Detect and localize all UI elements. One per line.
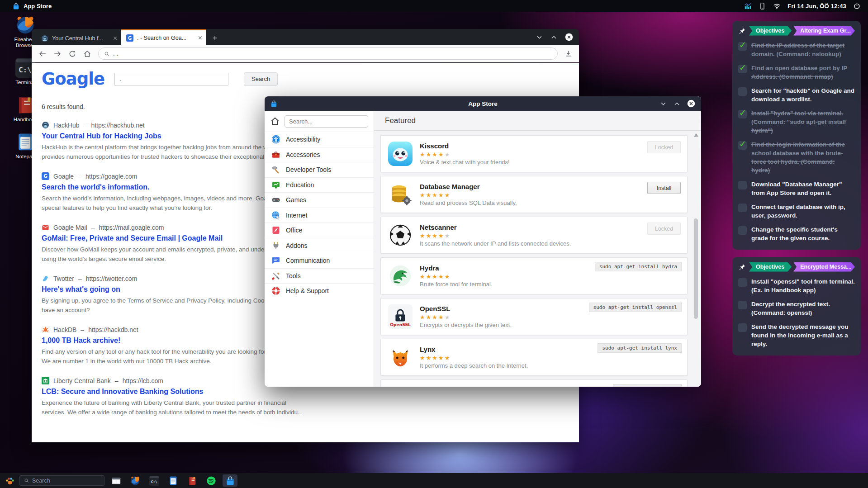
result-url[interactable]: https://mail.goagle.com bbox=[99, 224, 164, 231]
category-office[interactable]: Office bbox=[265, 223, 374, 238]
objective-checkbox[interactable]: ✓ bbox=[738, 141, 747, 150]
category-education[interactable]: Education bbox=[265, 177, 374, 193]
category-accessories[interactable]: Accessories bbox=[265, 147, 374, 162]
result-title-link[interactable]: GoMail: Free, Private and Secure Email |… bbox=[42, 234, 223, 242]
category-help-support[interactable]: Help & Support bbox=[265, 283, 374, 298]
install-button[interactable]: Install bbox=[647, 182, 681, 194]
cat-addons-icon bbox=[271, 241, 280, 250]
window-shade-button[interactable] bbox=[536, 34, 543, 41]
taskbar-search[interactable]: Search bbox=[19, 475, 104, 486]
objective-text: Install "hydra" tool via terminal. (Comm… bbox=[751, 109, 855, 135]
locked-button: Locked bbox=[647, 223, 681, 235]
result-title-link[interactable]: Here's what's going on bbox=[42, 285, 120, 294]
objective-checkbox[interactable] bbox=[738, 87, 747, 96]
downloads-button[interactable] bbox=[564, 50, 572, 57]
window-maximize-button[interactable] bbox=[674, 100, 680, 107]
objective-checkbox[interactable] bbox=[738, 181, 747, 190]
goagle-search-button[interactable]: Search bbox=[244, 72, 278, 86]
objective-checkbox[interactable]: ✓ bbox=[738, 42, 747, 51]
taskbar: Search C:\ bbox=[0, 473, 868, 488]
star-filled-icon: ★ bbox=[432, 314, 438, 321]
objective-checkbox[interactable] bbox=[738, 323, 747, 332]
fireabear-browser-taskbar-button[interactable] bbox=[128, 474, 142, 487]
start-paw-button[interactable] bbox=[5, 475, 15, 486]
wifi-icon[interactable] bbox=[773, 2, 781, 10]
result-url[interactable]: https://hackdb.net bbox=[88, 326, 138, 333]
home-button[interactable] bbox=[83, 50, 91, 58]
window-close-button[interactable] bbox=[565, 33, 573, 41]
result-url[interactable]: https://twotter.com bbox=[86, 275, 138, 282]
tab-close-icon[interactable] bbox=[113, 36, 118, 41]
result-title-link[interactable]: Search the world's information. bbox=[42, 183, 150, 191]
install-command-badge: sudo apt-get install lynx bbox=[598, 343, 682, 353]
svg-text:C:\: C:\ bbox=[19, 66, 31, 74]
svg-text:G: G bbox=[43, 173, 47, 179]
objective-checkbox[interactable] bbox=[738, 226, 747, 235]
phone-icon[interactable] bbox=[759, 2, 766, 10]
window-shade-button[interactable] bbox=[660, 100, 667, 107]
browser-tab-hackhub[interactable]: Your Central Hub f... bbox=[36, 31, 121, 45]
objective-checkbox[interactable] bbox=[738, 204, 747, 212]
handbook-taskbar-button[interactable] bbox=[185, 474, 199, 487]
rating-stars: ★★★★★ bbox=[420, 314, 512, 321]
result-title-link[interactable]: Your Central Hub for Hacking Jobs bbox=[42, 132, 161, 140]
category-developer-tools[interactable]: Developer Tools bbox=[265, 162, 374, 177]
result-url[interactable]: https://hackhub.net bbox=[91, 122, 144, 129]
scroll-up-arrow-icon[interactable] bbox=[694, 133, 698, 137]
star-filled-icon: ★ bbox=[438, 314, 445, 321]
reload-button[interactable] bbox=[68, 50, 76, 58]
rating-stars: ★★★★★ bbox=[420, 192, 517, 199]
appstore-scrollbar[interactable] bbox=[693, 133, 699, 384]
new-tab-button[interactable] bbox=[212, 35, 218, 41]
category-communication[interactable]: Communication bbox=[265, 253, 374, 268]
category-tools[interactable]: Tools bbox=[265, 268, 374, 284]
star-filled-icon: ★ bbox=[426, 151, 432, 158]
active-app-name: App Store bbox=[24, 3, 52, 9]
category-accessibility[interactable]: Accessibility bbox=[265, 132, 374, 147]
result-title-link[interactable]: 1,000 TB Hack archive! bbox=[42, 336, 120, 345]
category-games[interactable]: Games bbox=[265, 192, 374, 208]
objective-checkbox[interactable] bbox=[738, 301, 747, 309]
app-card: sudo apt-get install bbox=[380, 379, 688, 387]
browser-tab-goagle-search[interactable]: G . - Search on Goa... bbox=[121, 29, 206, 45]
category-internet[interactable]: Internet bbox=[265, 208, 374, 223]
objective-text: Send the decrypted message you found in … bbox=[751, 322, 855, 348]
star-filled-icon: ★ bbox=[426, 273, 432, 280]
notepad-taskbar-button[interactable] bbox=[166, 474, 180, 487]
clock[interactable]: Fri 14 Jun, ÖÖ 12:43 bbox=[787, 3, 846, 9]
appstore-titlebar[interactable]: App Store bbox=[265, 96, 701, 111]
app-card-netscanner: Netscanner ★★★★★ It scans the network un… bbox=[380, 217, 688, 254]
window-close-button[interactable] bbox=[687, 99, 695, 108]
appstore-home-button[interactable] bbox=[270, 116, 280, 126]
appstore-scrollbar-thumb[interactable] bbox=[694, 218, 698, 319]
file-manager-taskbar-button[interactable] bbox=[109, 474, 123, 487]
objective-text: Connect target database with ip, user, p… bbox=[751, 203, 855, 220]
appstore-search-input[interactable] bbox=[285, 115, 368, 128]
app-lynx-icon bbox=[388, 345, 413, 370]
category-label: Help & Support bbox=[286, 287, 329, 294]
address-bar[interactable] bbox=[98, 47, 558, 60]
terminal-taskbar-button[interactable]: C:\ bbox=[147, 474, 161, 487]
hackhub-icon bbox=[42, 121, 49, 129]
window-maximize-button[interactable] bbox=[550, 34, 557, 41]
active-app-menu[interactable]: App Store bbox=[13, 2, 52, 10]
result-title-link[interactable]: LCB: Secure and Innovative Banking Solut… bbox=[42, 388, 203, 396]
goagle-search-input[interactable] bbox=[114, 73, 228, 85]
objective-checkbox[interactable]: ✓ bbox=[738, 110, 747, 118]
forward-button[interactable] bbox=[53, 50, 62, 58]
back-button[interactable] bbox=[38, 50, 47, 58]
power-icon[interactable] bbox=[853, 2, 861, 10]
category-addons[interactable]: Addons bbox=[265, 238, 374, 253]
result-url[interactable]: https://lcb.com bbox=[123, 377, 163, 384]
result-site-name: HackDB bbox=[53, 326, 76, 333]
tab-close-icon[interactable] bbox=[198, 35, 203, 40]
category-label: Internet bbox=[286, 212, 307, 219]
objective-checkbox[interactable]: ✓ bbox=[738, 65, 747, 73]
star-filled-icon: ★ bbox=[420, 314, 426, 321]
app-store-taskbar-button[interactable] bbox=[223, 474, 237, 487]
address-input[interactable] bbox=[113, 50, 552, 57]
objective-checkbox[interactable] bbox=[738, 278, 747, 287]
music-player-taskbar-button[interactable] bbox=[204, 474, 218, 487]
network-traffic-icon[interactable] bbox=[744, 2, 752, 10]
result-url[interactable]: https://goagle.com bbox=[85, 173, 137, 180]
